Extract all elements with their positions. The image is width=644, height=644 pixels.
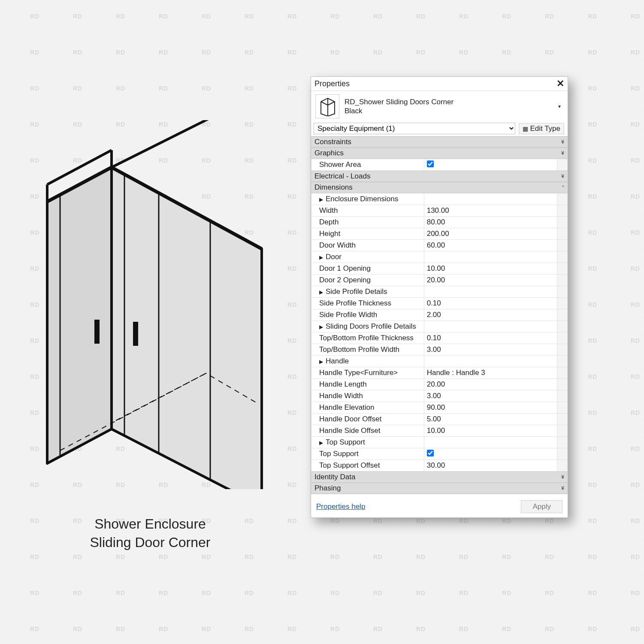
param-button-cell[interactable] <box>557 448 568 460</box>
param-value-cell <box>424 194 557 205</box>
expand-triangle-icon[interactable]: ▶ <box>319 254 323 260</box>
type-dropdown-chevron-icon[interactable]: ▾ <box>558 103 561 109</box>
param-value-cell[interactable]: 10.00 <box>424 425 557 437</box>
param-value-cell[interactable]: 0.10 <box>424 298 557 309</box>
svg-rect-10 <box>94 320 100 344</box>
param-button-cell[interactable] <box>557 228 568 240</box>
param-value-cell[interactable]: 10.00 <box>424 263 557 275</box>
expand-triangle-icon[interactable]: ▶ <box>319 359 323 365</box>
param-button-cell[interactable] <box>557 390 568 402</box>
param-button-cell[interactable] <box>557 425 568 437</box>
caption-line1: Shower Enclosure <box>56 515 245 533</box>
param-button-cell[interactable] <box>557 344 568 356</box>
param-button-cell[interactable] <box>557 402 568 414</box>
param-button-cell[interactable] <box>557 437 568 448</box>
param-button-cell[interactable] <box>557 275 568 286</box>
illustration-caption: Shower Enclosure Sliding Door Corner <box>56 515 245 552</box>
param-button-cell[interactable] <box>557 333 568 344</box>
family-thumbnail <box>315 94 339 118</box>
family-name: RD_Shower Sliding Doors Corner <box>345 98 454 106</box>
param-checkbox[interactable] <box>427 450 434 457</box>
param-value-cell[interactable]: 80.00 <box>424 217 557 228</box>
param-value-cell[interactable]: 2.00 <box>424 309 557 321</box>
param-value-cell[interactable]: 90.00 <box>424 402 557 414</box>
panel-titlebar: Properties ✕ <box>311 77 568 91</box>
param-label: Top/Bottom Profile Width <box>311 344 424 356</box>
svg-line-14 <box>328 102 335 105</box>
param-button-cell[interactable] <box>557 298 568 309</box>
param-button-cell[interactable] <box>557 414 568 425</box>
properties-help-link[interactable]: Properties help <box>316 502 365 511</box>
param-value-cell[interactable]: 30.00 <box>424 460 557 472</box>
param-button-cell[interactable] <box>557 251 568 263</box>
param-group-header: ▶Top Support <box>311 437 424 448</box>
param-label: Shower Area <box>311 159 424 171</box>
section-identity[interactable]: Identity Data ¥ <box>311 472 568 483</box>
expand-icon: ° <box>562 184 564 190</box>
param-group-header: ▶Side Profile Details <box>311 286 424 298</box>
param-label: Depth <box>311 217 424 228</box>
section-phasing[interactable]: Phasing ¥ <box>311 483 568 494</box>
param-value-cell <box>424 437 557 448</box>
param-value-cell[interactable]: 3.00 <box>424 344 557 356</box>
apply-button[interactable]: Apply <box>521 500 562 513</box>
section-electrical[interactable]: Electrical - Loads ¥ <box>311 171 568 182</box>
param-button-cell[interactable] <box>557 217 568 228</box>
instance-selector-row: Specialty Equipment (1) ▦ Edit Type <box>311 122 568 136</box>
section-dimensions[interactable]: Dimensions ° <box>311 182 568 193</box>
param-label: Handle Door Offset <box>311 414 424 425</box>
param-value-cell[interactable] <box>424 159 557 171</box>
param-label: Side Profile Thickness <box>311 298 424 309</box>
param-value-cell[interactable]: 20.00 <box>424 275 557 286</box>
shower-enclosure-3d-illustration <box>30 120 270 489</box>
svg-marker-0 <box>47 167 112 463</box>
param-value-cell <box>424 321 557 333</box>
param-value-cell[interactable]: 0.10 <box>424 333 557 344</box>
param-button-cell[interactable] <box>557 367 568 379</box>
param-button-cell[interactable] <box>557 159 568 171</box>
section-constraints[interactable]: Constraints ¥ <box>311 136 568 148</box>
expand-triangle-icon[interactable]: ▶ <box>319 197 323 203</box>
param-value-cell[interactable]: 130.00 <box>424 205 557 217</box>
param-label: Door 1 Opening <box>311 263 424 275</box>
expand-triangle-icon[interactable]: ▶ <box>319 324 323 330</box>
param-label: Door Width <box>311 240 424 251</box>
dimensions-grid: ▶Enclosure DimensionsWidth130.00Depth80.… <box>311 193 568 472</box>
param-button-cell[interactable] <box>557 309 568 321</box>
panel-footer: Properties help Apply <box>311 494 568 517</box>
close-button[interactable]: ✕ <box>556 78 564 89</box>
expand-icon: ¥ <box>561 474 564 480</box>
param-value-cell <box>424 286 557 298</box>
properties-panel: Properties ✕ RD_Shower Sliding Doors Cor… <box>311 76 568 518</box>
param-value-cell[interactable]: 60.00 <box>424 240 557 251</box>
param-label: Handle Width <box>311 390 424 402</box>
param-button-cell[interactable] <box>557 356 568 367</box>
param-button-cell[interactable] <box>557 321 568 333</box>
param-value-cell[interactable]: 20.00 <box>424 379 557 390</box>
section-graphics[interactable]: Graphics ¥ <box>311 148 568 159</box>
param-value-cell[interactable]: 5.00 <box>424 414 557 425</box>
param-button-cell[interactable] <box>557 194 568 205</box>
param-value-cell[interactable] <box>424 448 557 460</box>
param-button-cell[interactable] <box>557 379 568 390</box>
param-label: Side Profile Width <box>311 309 424 321</box>
param-checkbox[interactable] <box>427 160 434 167</box>
param-group-header: ▶Enclosure Dimensions <box>311 194 424 205</box>
param-value-cell[interactable]: 200.00 <box>424 228 557 240</box>
param-value-cell[interactable]: Handle : Handle 3 <box>424 367 557 379</box>
instance-filter-select[interactable]: Specialty Equipment (1) <box>314 123 515 134</box>
param-button-cell[interactable] <box>557 460 568 472</box>
expand-triangle-icon[interactable]: ▶ <box>319 289 323 295</box>
expand-icon: ¥ <box>561 173 564 179</box>
param-label: Height <box>311 228 424 240</box>
param-button-cell[interactable] <box>557 240 568 251</box>
param-button-cell[interactable] <box>557 263 568 275</box>
param-button-cell[interactable] <box>557 286 568 298</box>
expand-triangle-icon[interactable]: ▶ <box>319 440 323 446</box>
param-value-cell[interactable]: 3.00 <box>424 390 557 402</box>
param-button-cell[interactable] <box>557 205 568 217</box>
param-label: Top Support <box>311 448 424 460</box>
edit-type-button[interactable]: ▦ Edit Type <box>519 123 564 134</box>
caption-line2: Sliding Door Corner <box>56 533 245 552</box>
param-label: Handle Length <box>311 379 424 390</box>
